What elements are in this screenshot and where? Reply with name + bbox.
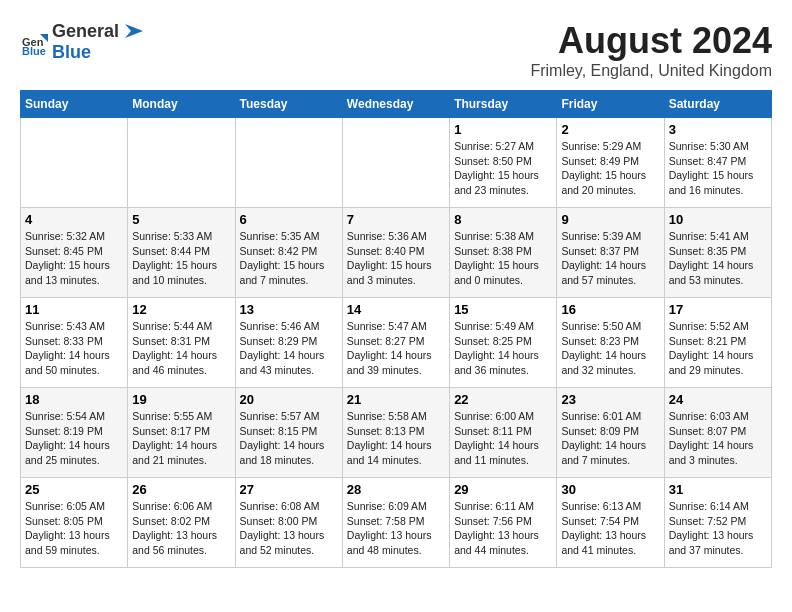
calendar-day-13: 13Sunrise: 5:46 AMSunset: 8:29 PMDayligh… xyxy=(235,298,342,388)
calendar-day-4: 4Sunrise: 5:32 AMSunset: 8:45 PMDaylight… xyxy=(21,208,128,298)
day-info: Sunrise: 6:14 AMSunset: 7:52 PMDaylight:… xyxy=(669,499,767,558)
day-number: 6 xyxy=(240,212,338,227)
day-number: 26 xyxy=(132,482,230,497)
day-info: Sunrise: 6:00 AMSunset: 8:11 PMDaylight:… xyxy=(454,409,552,468)
day-header-saturday: Saturday xyxy=(664,91,771,118)
day-number: 2 xyxy=(561,122,659,137)
day-number: 4 xyxy=(25,212,123,227)
day-header-friday: Friday xyxy=(557,91,664,118)
calendar-day-11: 11Sunrise: 5:43 AMSunset: 8:33 PMDayligh… xyxy=(21,298,128,388)
day-number: 15 xyxy=(454,302,552,317)
svg-text:Blue: Blue xyxy=(22,45,46,56)
calendar-table: SundayMondayTuesdayWednesdayThursdayFrid… xyxy=(20,90,772,568)
logo-general: General xyxy=(52,21,119,42)
day-info: Sunrise: 5:41 AMSunset: 8:35 PMDaylight:… xyxy=(669,229,767,288)
day-info: Sunrise: 5:43 AMSunset: 8:33 PMDaylight:… xyxy=(25,319,123,378)
day-info: Sunrise: 5:38 AMSunset: 8:38 PMDaylight:… xyxy=(454,229,552,288)
calendar-day-10: 10Sunrise: 5:41 AMSunset: 8:35 PMDayligh… xyxy=(664,208,771,298)
day-header-wednesday: Wednesday xyxy=(342,91,449,118)
calendar-day-21: 21Sunrise: 5:58 AMSunset: 8:13 PMDayligh… xyxy=(342,388,449,478)
calendar-day-14: 14Sunrise: 5:47 AMSunset: 8:27 PMDayligh… xyxy=(342,298,449,388)
day-info: Sunrise: 5:58 AMSunset: 8:13 PMDaylight:… xyxy=(347,409,445,468)
calendar-day-24: 24Sunrise: 6:03 AMSunset: 8:07 PMDayligh… xyxy=(664,388,771,478)
day-info: Sunrise: 5:44 AMSunset: 8:31 PMDaylight:… xyxy=(132,319,230,378)
calendar-day-25: 25Sunrise: 6:05 AMSunset: 8:05 PMDayligh… xyxy=(21,478,128,568)
day-info: Sunrise: 5:47 AMSunset: 8:27 PMDaylight:… xyxy=(347,319,445,378)
day-number: 22 xyxy=(454,392,552,407)
calendar-day-22: 22Sunrise: 6:00 AMSunset: 8:11 PMDayligh… xyxy=(450,388,557,478)
logo-wordmark: General Blue xyxy=(52,20,143,63)
day-number: 9 xyxy=(561,212,659,227)
svg-marker-4 xyxy=(125,24,143,38)
calendar-day-20: 20Sunrise: 5:57 AMSunset: 8:15 PMDayligh… xyxy=(235,388,342,478)
calendar-day-27: 27Sunrise: 6:08 AMSunset: 8:00 PMDayligh… xyxy=(235,478,342,568)
calendar-day-5: 5Sunrise: 5:33 AMSunset: 8:44 PMDaylight… xyxy=(128,208,235,298)
day-number: 12 xyxy=(132,302,230,317)
calendar-week-row: 4Sunrise: 5:32 AMSunset: 8:45 PMDaylight… xyxy=(21,208,772,298)
day-number: 8 xyxy=(454,212,552,227)
calendar-day-3: 3Sunrise: 5:30 AMSunset: 8:47 PMDaylight… xyxy=(664,118,771,208)
day-info: Sunrise: 5:52 AMSunset: 8:21 PMDaylight:… xyxy=(669,319,767,378)
logo: Gen Blue General Blue xyxy=(20,20,143,63)
calendar-day-28: 28Sunrise: 6:09 AMSunset: 7:58 PMDayligh… xyxy=(342,478,449,568)
day-info: Sunrise: 6:01 AMSunset: 8:09 PMDaylight:… xyxy=(561,409,659,468)
empty-day xyxy=(235,118,342,208)
calendar-day-8: 8Sunrise: 5:38 AMSunset: 8:38 PMDaylight… xyxy=(450,208,557,298)
day-info: Sunrise: 5:39 AMSunset: 8:37 PMDaylight:… xyxy=(561,229,659,288)
day-header-tuesday: Tuesday xyxy=(235,91,342,118)
empty-day xyxy=(128,118,235,208)
day-info: Sunrise: 5:30 AMSunset: 8:47 PMDaylight:… xyxy=(669,139,767,198)
day-info: Sunrise: 5:33 AMSunset: 8:44 PMDaylight:… xyxy=(132,229,230,288)
day-header-thursday: Thursday xyxy=(450,91,557,118)
day-number: 7 xyxy=(347,212,445,227)
day-number: 11 xyxy=(25,302,123,317)
header: Gen Blue General Blue August 2024 Frimle… xyxy=(20,20,772,80)
calendar-day-6: 6Sunrise: 5:35 AMSunset: 8:42 PMDaylight… xyxy=(235,208,342,298)
calendar-day-17: 17Sunrise: 5:52 AMSunset: 8:21 PMDayligh… xyxy=(664,298,771,388)
day-info: Sunrise: 5:50 AMSunset: 8:23 PMDaylight:… xyxy=(561,319,659,378)
day-number: 30 xyxy=(561,482,659,497)
empty-day xyxy=(342,118,449,208)
calendar-day-15: 15Sunrise: 5:49 AMSunset: 8:25 PMDayligh… xyxy=(450,298,557,388)
day-info: Sunrise: 6:09 AMSunset: 7:58 PMDaylight:… xyxy=(347,499,445,558)
calendar-day-1: 1Sunrise: 5:27 AMSunset: 8:50 PMDaylight… xyxy=(450,118,557,208)
empty-day xyxy=(21,118,128,208)
day-number: 16 xyxy=(561,302,659,317)
day-info: Sunrise: 5:57 AMSunset: 8:15 PMDaylight:… xyxy=(240,409,338,468)
calendar-day-12: 12Sunrise: 5:44 AMSunset: 8:31 PMDayligh… xyxy=(128,298,235,388)
main-title: August 2024 xyxy=(530,20,772,62)
day-info: Sunrise: 5:35 AMSunset: 8:42 PMDaylight:… xyxy=(240,229,338,288)
logo-icon: Gen Blue xyxy=(20,28,48,56)
calendar-header-row: SundayMondayTuesdayWednesdayThursdayFrid… xyxy=(21,91,772,118)
calendar-day-18: 18Sunrise: 5:54 AMSunset: 8:19 PMDayligh… xyxy=(21,388,128,478)
day-info: Sunrise: 5:46 AMSunset: 8:29 PMDaylight:… xyxy=(240,319,338,378)
day-info: Sunrise: 5:54 AMSunset: 8:19 PMDaylight:… xyxy=(25,409,123,468)
day-number: 5 xyxy=(132,212,230,227)
calendar-week-row: 11Sunrise: 5:43 AMSunset: 8:33 PMDayligh… xyxy=(21,298,772,388)
day-number: 25 xyxy=(25,482,123,497)
day-number: 13 xyxy=(240,302,338,317)
calendar-day-23: 23Sunrise: 6:01 AMSunset: 8:09 PMDayligh… xyxy=(557,388,664,478)
day-info: Sunrise: 6:08 AMSunset: 8:00 PMDaylight:… xyxy=(240,499,338,558)
day-info: Sunrise: 5:55 AMSunset: 8:17 PMDaylight:… xyxy=(132,409,230,468)
day-info: Sunrise: 5:36 AMSunset: 8:40 PMDaylight:… xyxy=(347,229,445,288)
day-info: Sunrise: 5:32 AMSunset: 8:45 PMDaylight:… xyxy=(25,229,123,288)
day-number: 24 xyxy=(669,392,767,407)
calendar-day-2: 2Sunrise: 5:29 AMSunset: 8:49 PMDaylight… xyxy=(557,118,664,208)
calendar-day-16: 16Sunrise: 5:50 AMSunset: 8:23 PMDayligh… xyxy=(557,298,664,388)
day-info: Sunrise: 6:05 AMSunset: 8:05 PMDaylight:… xyxy=(25,499,123,558)
day-number: 28 xyxy=(347,482,445,497)
logo-arrow-icon xyxy=(121,20,143,42)
day-number: 20 xyxy=(240,392,338,407)
day-number: 21 xyxy=(347,392,445,407)
day-number: 27 xyxy=(240,482,338,497)
calendar-week-row: 25Sunrise: 6:05 AMSunset: 8:05 PMDayligh… xyxy=(21,478,772,568)
day-info: Sunrise: 6:03 AMSunset: 8:07 PMDaylight:… xyxy=(669,409,767,468)
logo-blue: Blue xyxy=(52,42,91,62)
day-info: Sunrise: 5:27 AMSunset: 8:50 PMDaylight:… xyxy=(454,139,552,198)
day-number: 10 xyxy=(669,212,767,227)
calendar-day-19: 19Sunrise: 5:55 AMSunset: 8:17 PMDayligh… xyxy=(128,388,235,478)
day-info: Sunrise: 6:13 AMSunset: 7:54 PMDaylight:… xyxy=(561,499,659,558)
title-area: August 2024 Frimley, England, United Kin… xyxy=(530,20,772,80)
calendar-week-row: 1Sunrise: 5:27 AMSunset: 8:50 PMDaylight… xyxy=(21,118,772,208)
